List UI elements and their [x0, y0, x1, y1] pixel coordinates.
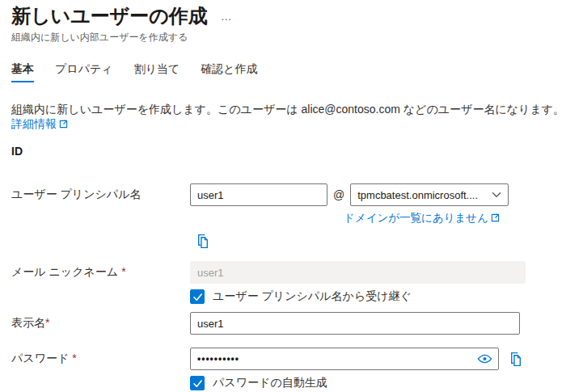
checkmark-icon — [193, 380, 202, 387]
display-name-control — [190, 312, 520, 335]
chevron-down-icon — [492, 192, 501, 198]
basics-form: ユーザー プリンシパル名 @ tpmcbatest.onmicrosoft...… — [11, 183, 572, 392]
upn-input-line: @ tpmcbatest.onmicrosoft.... — [190, 183, 509, 206]
password-label-text: パスワード — [11, 352, 69, 365]
tab-assignments[interactable]: 割り当て — [134, 62, 180, 82]
learn-more-link[interactable]: 詳細情報 — [11, 117, 68, 130]
autogenerate-password-checkbox[interactable] — [190, 376, 205, 390]
more-options-button[interactable]: … — [221, 11, 234, 22]
autogenerate-password-checkbox-label: パスワードの自動生成 — [213, 376, 327, 390]
upn-control: @ tpmcbatest.onmicrosoft.... ドメインが一覧にありま… — [190, 183, 509, 251]
inherit-upn-checkbox[interactable] — [190, 289, 205, 304]
domain-missing-link[interactable]: ドメインが一覧にありません — [344, 212, 500, 224]
password-input-line — [190, 348, 522, 370]
password-input-wrap — [190, 348, 499, 370]
reveal-password-button[interactable] — [477, 354, 492, 364]
domain-dropdown-value: tpmcbatest.onmicrosoft.... — [357, 189, 487, 201]
checkmark-icon — [193, 293, 202, 301]
ellipsis-icon: … — [221, 10, 234, 23]
copy-icon — [196, 234, 209, 249]
copy-icon — [509, 352, 522, 367]
at-separator: @ — [333, 188, 344, 201]
domain-dropdown[interactable]: tpmcbatest.onmicrosoft.... — [350, 183, 509, 206]
autogenerate-check-line: パスワードの自動生成 — [190, 376, 522, 390]
required-asterisk: * — [72, 352, 76, 365]
row-password: パスワード* パスワ — [11, 348, 572, 390]
intro-sentence: 組織内に新しいユーザーを作成します。このユーザーは alice@contoso.… — [11, 103, 564, 116]
learn-more-label: 詳細情報 — [11, 117, 57, 130]
intro-text: 組織内に新しいユーザーを作成します。このユーザーは alice@contoso.… — [11, 102, 572, 131]
create-user-page: 新しいユーザーの作成 … 組織内に新しい内部ユーザーを作成する 基本 プロパティ… — [0, 0, 583, 392]
display-name-label-text: 表示名 — [11, 316, 45, 329]
upn-copy-button[interactable] — [196, 234, 209, 249]
external-link-icon — [59, 120, 68, 129]
tab-review-create[interactable]: 確認と作成 — [201, 62, 257, 82]
password-label: パスワード* — [11, 348, 190, 366]
page-title: 新しいユーザーの作成 — [11, 4, 208, 28]
mail-nickname-input — [190, 261, 526, 284]
required-asterisk: * — [121, 265, 125, 278]
domain-missing-label: ドメインが一覧にありません — [344, 212, 488, 224]
row-display-name: 表示名* — [11, 312, 572, 335]
display-name-input[interactable] — [190, 312, 520, 335]
tab-basics[interactable]: 基本 — [11, 62, 34, 82]
upn-label: ユーザー プリンシパル名 — [11, 183, 190, 202]
page-subtitle: 組織内に新しい内部ユーザーを作成する — [11, 31, 572, 44]
password-input[interactable] — [190, 348, 499, 370]
required-asterisk: * — [45, 316, 49, 329]
domain-missing-line: ドメインが一覧にありません — [344, 211, 509, 226]
display-name-label: 表示名* — [11, 312, 190, 331]
inherit-check-line: ユーザー プリンシパル名から受け継ぐ — [190, 289, 526, 304]
row-mail-nickname: メール ニックネーム* ユーザー プリンシパル名から受け継ぐ — [11, 261, 572, 304]
section-heading-id: ID — [11, 145, 572, 158]
upn-input[interactable] — [190, 183, 327, 206]
mail-nickname-label-text: メール ニックネーム — [11, 265, 118, 278]
password-copy-button[interactable] — [509, 352, 522, 367]
external-link-icon — [491, 213, 500, 222]
eye-icon — [477, 354, 492, 364]
page-header: 新しいユーザーの作成 … — [11, 4, 572, 28]
inherit-upn-checkbox-label: ユーザー プリンシパル名から受け継ぐ — [213, 289, 412, 304]
row-user-principal-name: ユーザー プリンシパル名 @ tpmcbatest.onmicrosoft...… — [11, 183, 572, 251]
mail-nickname-label: メール ニックネーム* — [11, 261, 190, 280]
mail-nickname-control: ユーザー プリンシパル名から受け継ぐ — [190, 261, 526, 304]
password-control: パスワードの自動生成 — [190, 348, 522, 390]
tab-bar: 基本 プロパティ 割り当て 確認と作成 — [11, 62, 572, 82]
tab-properties[interactable]: プロパティ — [55, 62, 113, 82]
